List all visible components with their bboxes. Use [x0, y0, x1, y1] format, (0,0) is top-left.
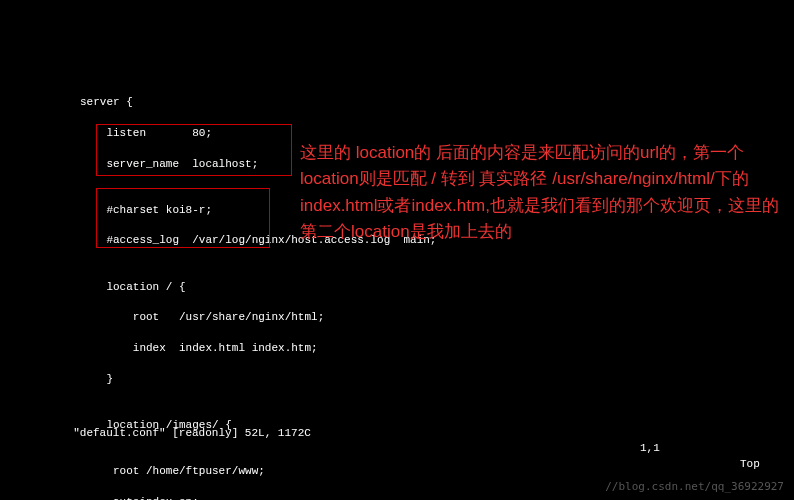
watermark: //blog.csdn.net/qq_36922927	[605, 479, 784, 494]
status-filename: "default.conf" [readonly] 52L, 1172C	[73, 427, 311, 439]
code-line: location / {	[80, 280, 794, 295]
code-line: autoindex on;	[80, 495, 794, 500]
code-line: server {	[80, 95, 794, 110]
code-line: }	[80, 372, 794, 387]
code-line: root /usr/share/nginx/html;	[80, 310, 794, 325]
annotation-text: 这里的 location的 后面的内容是来匹配访问的url的，第一个locati…	[300, 140, 780, 245]
vim-status-bar: "default.conf" [readonly] 52L, 1172C 1,1…	[60, 410, 774, 472]
status-cursor-pos: 1,1	[640, 441, 660, 456]
code-line: index index.html index.htm;	[80, 341, 794, 356]
code-line: listen 80;	[80, 126, 794, 141]
status-scroll-pos: Top	[740, 457, 760, 472]
